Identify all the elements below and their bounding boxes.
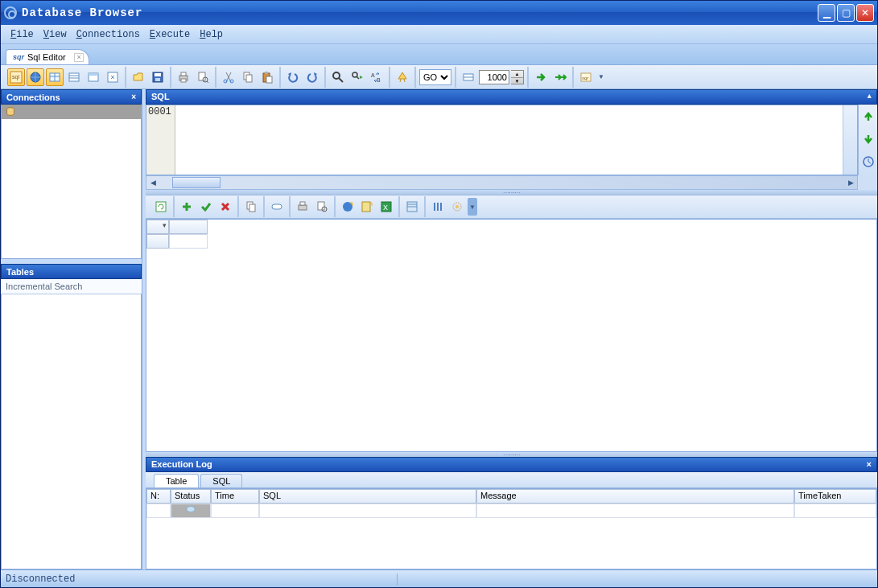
columns-button[interactable]	[429, 198, 447, 216]
undo-button[interactable]	[284, 68, 302, 86]
svg-line-29	[339, 78, 343, 82]
next-sql-button[interactable]	[859, 130, 877, 148]
print-preview-button[interactable]	[194, 68, 212, 86]
save-button[interactable]	[149, 68, 167, 86]
tab-close-icon[interactable]: ×	[74, 53, 83, 62]
cut-button[interactable]	[220, 68, 237, 86]
results-grid[interactable]	[146, 219, 877, 452]
sql-text-editor[interactable]	[175, 105, 843, 175]
svg-rect-45	[300, 202, 305, 205]
replace-button[interactable]: AB	[368, 68, 385, 86]
preview-grid-button[interactable]	[313, 198, 331, 216]
log-col-n[interactable]: N:	[146, 489, 171, 504]
table-row[interactable]	[146, 234, 876, 249]
log-col-status[interactable]: Status	[171, 489, 211, 504]
scroll-right-icon[interactable]: ▶	[844, 176, 857, 189]
view-browser-toggle[interactable]	[27, 68, 44, 86]
grid-cell[interactable]	[169, 234, 208, 249]
menu-connections[interactable]: Connections	[73, 27, 143, 42]
editor-vscrollbar[interactable]	[843, 105, 857, 175]
delete-row-button[interactable]	[216, 198, 234, 216]
dropdown-icon[interactable]: ▼	[596, 68, 606, 86]
copy-grid-button[interactable]	[242, 198, 260, 216]
redo-button[interactable]	[303, 68, 321, 86]
find-next-button[interactable]	[348, 68, 366, 86]
row-limit-input[interactable]	[479, 70, 509, 84]
log-col-time[interactable]: Time	[211, 489, 259, 504]
grid-col-header[interactable]	[169, 220, 208, 234]
prev-sql-button[interactable]	[859, 108, 877, 125]
filter-button[interactable]	[448, 198, 466, 216]
execlog-close-icon[interactable]: ×	[867, 459, 872, 470]
svg-text:sqr: sqr	[582, 76, 589, 80]
connections-close-icon[interactable]: ×	[131, 93, 136, 101]
svg-rect-44	[299, 205, 307, 210]
sql-options-button[interactable]: sqr	[577, 68, 595, 86]
svg-rect-43	[272, 204, 282, 209]
format-sql-button[interactable]	[394, 68, 411, 86]
dropdown-icon-2[interactable]: ▼	[468, 198, 477, 216]
maximize-button[interactable]: ▢	[837, 4, 855, 22]
view-tables-toggle[interactable]	[46, 68, 64, 86]
svg-point-60	[187, 507, 195, 512]
menu-view[interactable]: View	[40, 27, 70, 42]
grid-corner[interactable]	[146, 220, 169, 234]
log-col-sql[interactable]: SQL	[259, 489, 476, 504]
execute-mode-select[interactable]: GO	[419, 69, 451, 85]
incremental-search-input[interactable]: Incremental Search	[1, 279, 142, 294]
form-view-button[interactable]	[403, 198, 421, 216]
copy-button[interactable]	[239, 68, 257, 86]
export-csv-button[interactable]	[358, 198, 376, 216]
log-cell-time	[211, 504, 259, 518]
print-grid-button[interactable]	[294, 198, 311, 216]
commit-button[interactable]	[197, 198, 215, 216]
view-log-button[interactable]	[85, 68, 102, 86]
connection-item[interactable]	[2, 105, 141, 119]
svg-point-28	[333, 72, 340, 79]
log-tab-table[interactable]: Table	[154, 474, 199, 487]
refresh-grid-button[interactable]	[152, 198, 170, 216]
export-html-button[interactable]	[339, 198, 357, 216]
table-row[interactable]	[146, 504, 876, 518]
menu-help[interactable]: Help	[196, 27, 226, 42]
menu-file[interactable]: File	[7, 27, 37, 42]
execute-button[interactable]	[532, 68, 550, 86]
svg-rect-24	[246, 75, 252, 82]
view-grid-button[interactable]	[65, 68, 83, 86]
tables-panel-header: Tables	[1, 264, 142, 279]
tab-label: Sql Editor	[27, 52, 66, 62]
view-reset-button[interactable]	[104, 68, 122, 86]
minimize-button[interactable]: ▁	[818, 4, 835, 22]
limit-toggle-button[interactable]	[460, 68, 477, 86]
menu-execute[interactable]: Execute	[146, 27, 193, 42]
export-excel-button[interactable]: X	[377, 198, 395, 216]
close-button[interactable]: ✕	[856, 4, 874, 22]
add-row-button[interactable]	[178, 198, 196, 216]
log-col-timetaken[interactable]: TimeTaken	[794, 489, 876, 504]
status-bar: Disconnected	[1, 569, 877, 587]
log-col-message[interactable]: Message	[476, 489, 794, 504]
status-text: Disconnected	[6, 574, 398, 585]
find-button[interactable]	[329, 68, 347, 86]
scroll-thumb[interactable]	[172, 177, 221, 188]
editor-hscrollbar[interactable]: ◀ ▶	[146, 175, 858, 190]
print-button[interactable]	[175, 68, 192, 86]
row-limit-spinner[interactable]: ▲▼	[511, 70, 524, 84]
collapse-icon[interactable]: ▴	[868, 92, 872, 102]
execution-log-panel: Execution Log × Table SQL N: Status Time…	[146, 457, 877, 569]
svg-text:A: A	[371, 72, 375, 78]
log-tab-sql[interactable]: SQL	[200, 474, 242, 487]
history-button[interactable]	[859, 153, 877, 171]
row-selector[interactable]	[146, 234, 169, 249]
svg-line-31	[357, 76, 359, 79]
blob-view-button[interactable]	[268, 198, 286, 216]
view-sql-toggle[interactable]: sql	[7, 68, 25, 86]
svg-rect-42	[249, 204, 255, 212]
open-button[interactable]	[130, 68, 147, 86]
paste-button[interactable]	[258, 68, 276, 86]
tab-sql-editor[interactable]: sqr Sql Editor ×	[6, 49, 89, 64]
scroll-left-icon[interactable]: ◀	[146, 176, 159, 189]
svg-rect-14	[155, 78, 160, 81]
execute-all-button[interactable]	[551, 68, 569, 86]
app-window: Database Browser ▁ ▢ ✕ File View Connect…	[0, 0, 878, 588]
